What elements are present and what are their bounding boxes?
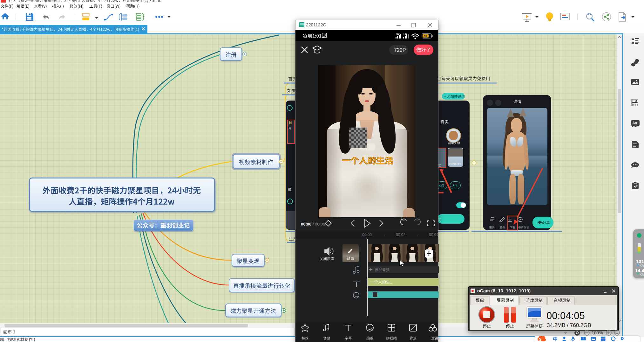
svg-text:K/s: K/s [640, 263, 644, 267]
svg-text:00:04:05: 00:04:05 [546, 310, 585, 321]
svg-text:HD: HD [403, 32, 407, 35]
svg-text:Aa: Aa [632, 121, 637, 125]
svg-text:720P: 720P [394, 47, 406, 53]
svg-text:HD: HD [396, 32, 400, 35]
svg-text:K/s: K/s [640, 273, 644, 276]
svg-text:34.2MB / 760.2GB: 34.2MB / 760.2GB [547, 322, 591, 328]
svg-text:65: 65 [424, 35, 427, 38]
svg-text:S: S [539, 337, 542, 342]
svg-text:100%: 100% [592, 330, 603, 335]
